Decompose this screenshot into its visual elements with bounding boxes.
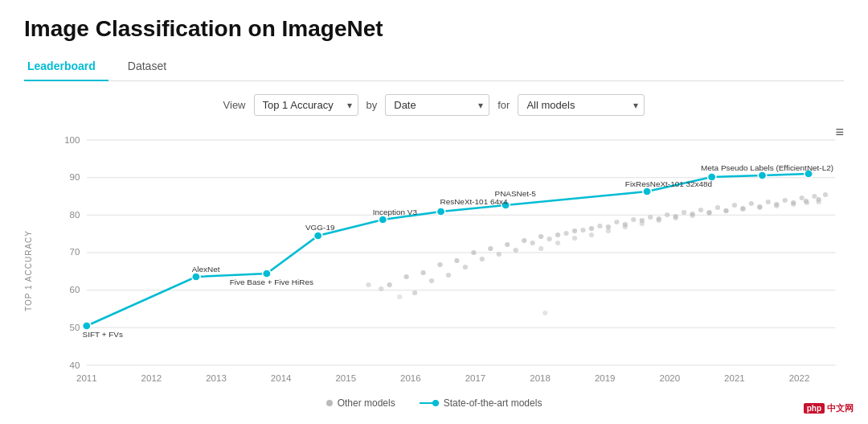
- svg-text:2017: 2017: [465, 373, 486, 383]
- svg-point-37: [555, 233, 560, 237]
- svg-text:2013: 2013: [206, 373, 227, 383]
- chart-container: ≡ TOP 1 ACCURACY: [24, 124, 844, 409]
- sota-dot: [83, 322, 91, 330]
- svg-point-92: [740, 207, 745, 212]
- svg-point-76: [783, 198, 788, 203]
- legend-sota: State-of-the-art models: [420, 397, 542, 409]
- chart-area: TOP 1 ACCURACY: [24, 124, 844, 393]
- svg-point-80: [538, 246, 543, 251]
- view-select-wrap: Top 1 Accuracy Top 5 Accuracy: [254, 94, 358, 116]
- svg-point-30: [437, 262, 442, 267]
- svg-point-67: [631, 217, 636, 222]
- label-resnext: ResNeXt-101 64x4: [440, 197, 509, 206]
- label-fivehires: Five Base + Five HiRes: [230, 278, 313, 286]
- svg-text:70: 70: [70, 247, 80, 257]
- sota-dot: [758, 171, 766, 179]
- svg-text:2021: 2021: [724, 373, 745, 383]
- for-select-wrap: All models Published models Unpublished …: [518, 94, 645, 116]
- tab-leaderboard[interactable]: Leaderboard: [24, 53, 108, 80]
- svg-point-63: [563, 231, 568, 236]
- svg-point-88: [673, 216, 678, 220]
- svg-point-27: [387, 282, 392, 287]
- sota-dot: [379, 216, 387, 224]
- svg-point-81: [555, 241, 560, 245]
- svg-point-71: [698, 208, 703, 212]
- page: Image Classification on ImageNet Leaderb…: [0, 0, 868, 417]
- svg-text:90: 90: [70, 172, 80, 182]
- legend-other: Other models: [326, 397, 395, 409]
- label-meta: Meta Pseudo Labels (EfficientNet-L2): [701, 163, 833, 172]
- svg-point-94: [774, 204, 779, 208]
- svg-point-55: [429, 278, 434, 283]
- svg-point-73: [732, 203, 737, 208]
- page-title: Image Classification on ImageNet: [24, 16, 844, 42]
- view-label: View: [223, 99, 246, 111]
- svg-point-32: [471, 250, 476, 255]
- svg-point-66: [614, 220, 619, 224]
- other-models-dots: [366, 192, 828, 315]
- chart-legend: Other models State-of-the-art models: [24, 397, 844, 409]
- svg-point-101: [397, 294, 402, 299]
- svg-text:2015: 2015: [335, 373, 356, 383]
- svg-point-78: [812, 194, 817, 199]
- svg-point-28: [403, 274, 408, 279]
- svg-point-39: [589, 226, 594, 231]
- tab-dataset[interactable]: Dataset: [125, 53, 179, 80]
- svg-text:2014: 2014: [271, 373, 292, 383]
- svg-point-58: [480, 257, 485, 261]
- svg-point-75: [766, 200, 771, 204]
- other-models-dot-icon: [326, 400, 333, 406]
- svg-point-33: [488, 246, 493, 251]
- svg-point-89: [690, 213, 694, 218]
- svg-point-57: [463, 265, 468, 270]
- svg-point-54: [412, 290, 417, 295]
- svg-point-65: [597, 224, 602, 228]
- svg-point-77: [800, 196, 805, 200]
- svg-point-70: [682, 210, 686, 215]
- svg-point-87: [657, 218, 661, 223]
- by-select[interactable]: Date Parameters: [385, 94, 489, 116]
- svg-point-31: [454, 258, 459, 263]
- by-select-wrap: Date Parameters: [385, 94, 489, 116]
- other-models-label: Other models: [338, 397, 395, 409]
- svg-point-60: [514, 248, 518, 253]
- svg-text:2011: 2011: [76, 373, 97, 383]
- svg-text:2012: 2012: [141, 373, 162, 383]
- svg-point-69: [665, 212, 669, 217]
- svg-point-72: [715, 205, 720, 210]
- svg-point-29: [420, 270, 425, 275]
- label-fixresnext: FixResNeXt-101 32x48d: [625, 179, 712, 188]
- label-pnasnet: PNASNet-5: [495, 189, 536, 198]
- svg-point-83: [589, 233, 594, 237]
- sota-dot: [192, 273, 200, 281]
- watermark: php 中文网: [804, 402, 854, 414]
- tabs: Leaderboard Dataset: [24, 53, 844, 81]
- controls-bar: View Top 1 Accuracy Top 5 Accuracy by Da…: [24, 94, 844, 116]
- svg-point-82: [572, 236, 577, 241]
- svg-point-99: [366, 282, 371, 287]
- for-select[interactable]: All models Published models Unpublished …: [518, 94, 645, 116]
- label-alexnet: AlexNet: [192, 265, 220, 274]
- svg-text:100: 100: [64, 135, 80, 145]
- svg-point-35: [522, 238, 526, 243]
- sota-models-label: State-of-the-art models: [444, 397, 542, 409]
- svg-point-85: [623, 224, 628, 229]
- view-select[interactable]: Top 1 Accuracy Top 5 Accuracy: [254, 94, 358, 116]
- svg-point-97: [816, 200, 821, 204]
- svg-point-86: [640, 221, 645, 226]
- svg-text:2018: 2018: [530, 373, 551, 383]
- sota-dot: [263, 270, 271, 278]
- svg-point-98: [542, 311, 547, 315]
- svg-text:80: 80: [70, 210, 80, 220]
- svg-text:2019: 2019: [595, 373, 616, 383]
- watermark-suffix: 中文网: [827, 402, 854, 414]
- svg-point-84: [606, 228, 611, 233]
- chart-svg-wrapper: 40 50 60 70 80 90 100 2011 2012 2013 201…: [36, 124, 844, 393]
- svg-point-61: [530, 241, 535, 245]
- svg-text:50: 50: [70, 323, 80, 332]
- svg-text:2016: 2016: [400, 373, 421, 383]
- svg-point-36: [538, 234, 543, 239]
- sota-dot: [313, 232, 321, 240]
- label-sift: SIFT + FVs: [83, 330, 123, 339]
- watermark-prefix: php: [804, 403, 825, 414]
